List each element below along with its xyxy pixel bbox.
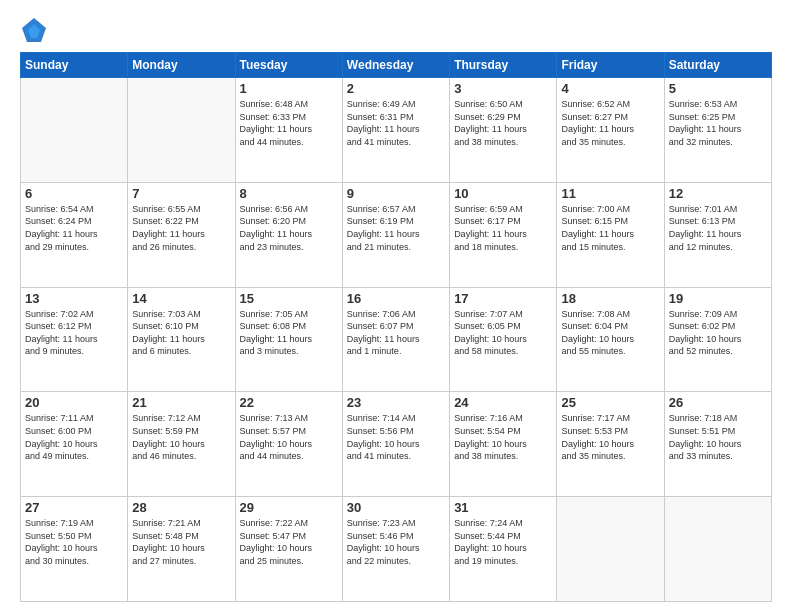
day-info: Sunrise: 6:56 AM Sunset: 6:20 PM Dayligh…: [240, 203, 338, 253]
calendar-cell: 5Sunrise: 6:53 AM Sunset: 6:25 PM Daylig…: [664, 78, 771, 183]
calendar-cell: 2Sunrise: 6:49 AM Sunset: 6:31 PM Daylig…: [342, 78, 449, 183]
day-info: Sunrise: 7:24 AM Sunset: 5:44 PM Dayligh…: [454, 517, 552, 567]
logo: [20, 16, 52, 44]
day-number: 19: [669, 291, 767, 306]
calendar-cell: 20Sunrise: 7:11 AM Sunset: 6:00 PM Dayli…: [21, 392, 128, 497]
day-info: Sunrise: 7:11 AM Sunset: 6:00 PM Dayligh…: [25, 412, 123, 462]
calendar-cell: 8Sunrise: 6:56 AM Sunset: 6:20 PM Daylig…: [235, 182, 342, 287]
day-number: 16: [347, 291, 445, 306]
calendar-cell: 11Sunrise: 7:00 AM Sunset: 6:15 PM Dayli…: [557, 182, 664, 287]
day-number: 14: [132, 291, 230, 306]
calendar-table: SundayMondayTuesdayWednesdayThursdayFrid…: [20, 52, 772, 602]
calendar-cell: 12Sunrise: 7:01 AM Sunset: 6:13 PM Dayli…: [664, 182, 771, 287]
day-info: Sunrise: 7:13 AM Sunset: 5:57 PM Dayligh…: [240, 412, 338, 462]
calendar-cell: 13Sunrise: 7:02 AM Sunset: 6:12 PM Dayli…: [21, 287, 128, 392]
day-info: Sunrise: 7:06 AM Sunset: 6:07 PM Dayligh…: [347, 308, 445, 358]
day-number: 3: [454, 81, 552, 96]
day-info: Sunrise: 7:02 AM Sunset: 6:12 PM Dayligh…: [25, 308, 123, 358]
day-info: Sunrise: 6:49 AM Sunset: 6:31 PM Dayligh…: [347, 98, 445, 148]
calendar-header: SundayMondayTuesdayWednesdayThursdayFrid…: [21, 53, 772, 78]
day-info: Sunrise: 7:08 AM Sunset: 6:04 PM Dayligh…: [561, 308, 659, 358]
calendar-cell: 9Sunrise: 6:57 AM Sunset: 6:19 PM Daylig…: [342, 182, 449, 287]
day-info: Sunrise: 7:05 AM Sunset: 6:08 PM Dayligh…: [240, 308, 338, 358]
calendar-cell: [21, 78, 128, 183]
calendar-week-3: 13Sunrise: 7:02 AM Sunset: 6:12 PM Dayli…: [21, 287, 772, 392]
day-info: Sunrise: 7:07 AM Sunset: 6:05 PM Dayligh…: [454, 308, 552, 358]
calendar-cell: 29Sunrise: 7:22 AM Sunset: 5:47 PM Dayli…: [235, 497, 342, 602]
day-number: 11: [561, 186, 659, 201]
calendar-cell: 31Sunrise: 7:24 AM Sunset: 5:44 PM Dayli…: [450, 497, 557, 602]
calendar-cell: 25Sunrise: 7:17 AM Sunset: 5:53 PM Dayli…: [557, 392, 664, 497]
calendar-week-2: 6Sunrise: 6:54 AM Sunset: 6:24 PM Daylig…: [21, 182, 772, 287]
day-number: 31: [454, 500, 552, 515]
day-number: 4: [561, 81, 659, 96]
day-number: 5: [669, 81, 767, 96]
calendar-cell: 18Sunrise: 7:08 AM Sunset: 6:04 PM Dayli…: [557, 287, 664, 392]
calendar-cell: 24Sunrise: 7:16 AM Sunset: 5:54 PM Dayli…: [450, 392, 557, 497]
calendar-cell: [557, 497, 664, 602]
day-number: 6: [25, 186, 123, 201]
calendar-cell: 26Sunrise: 7:18 AM Sunset: 5:51 PM Dayli…: [664, 392, 771, 497]
day-info: Sunrise: 7:14 AM Sunset: 5:56 PM Dayligh…: [347, 412, 445, 462]
calendar-body: 1Sunrise: 6:48 AM Sunset: 6:33 PM Daylig…: [21, 78, 772, 602]
day-info: Sunrise: 6:55 AM Sunset: 6:22 PM Dayligh…: [132, 203, 230, 253]
day-number: 1: [240, 81, 338, 96]
day-number: 15: [240, 291, 338, 306]
day-number: 18: [561, 291, 659, 306]
calendar-cell: 17Sunrise: 7:07 AM Sunset: 6:05 PM Dayli…: [450, 287, 557, 392]
calendar-cell: 19Sunrise: 7:09 AM Sunset: 6:02 PM Dayli…: [664, 287, 771, 392]
calendar-week-1: 1Sunrise: 6:48 AM Sunset: 6:33 PM Daylig…: [21, 78, 772, 183]
calendar-cell: 6Sunrise: 6:54 AM Sunset: 6:24 PM Daylig…: [21, 182, 128, 287]
calendar-cell: [664, 497, 771, 602]
day-info: Sunrise: 6:52 AM Sunset: 6:27 PM Dayligh…: [561, 98, 659, 148]
day-header-thursday: Thursday: [450, 53, 557, 78]
day-info: Sunrise: 7:23 AM Sunset: 5:46 PM Dayligh…: [347, 517, 445, 567]
day-info: Sunrise: 6:53 AM Sunset: 6:25 PM Dayligh…: [669, 98, 767, 148]
calendar-cell: 21Sunrise: 7:12 AM Sunset: 5:59 PM Dayli…: [128, 392, 235, 497]
day-info: Sunrise: 7:19 AM Sunset: 5:50 PM Dayligh…: [25, 517, 123, 567]
day-info: Sunrise: 6:50 AM Sunset: 6:29 PM Dayligh…: [454, 98, 552, 148]
day-info: Sunrise: 7:18 AM Sunset: 5:51 PM Dayligh…: [669, 412, 767, 462]
day-number: 8: [240, 186, 338, 201]
day-number: 21: [132, 395, 230, 410]
day-header-wednesday: Wednesday: [342, 53, 449, 78]
day-header-tuesday: Tuesday: [235, 53, 342, 78]
calendar-cell: 7Sunrise: 6:55 AM Sunset: 6:22 PM Daylig…: [128, 182, 235, 287]
day-number: 25: [561, 395, 659, 410]
day-number: 28: [132, 500, 230, 515]
day-number: 27: [25, 500, 123, 515]
header: [20, 16, 772, 44]
day-info: Sunrise: 7:16 AM Sunset: 5:54 PM Dayligh…: [454, 412, 552, 462]
day-number: 13: [25, 291, 123, 306]
day-number: 23: [347, 395, 445, 410]
calendar-cell: 14Sunrise: 7:03 AM Sunset: 6:10 PM Dayli…: [128, 287, 235, 392]
calendar-cell: 1Sunrise: 6:48 AM Sunset: 6:33 PM Daylig…: [235, 78, 342, 183]
calendar-cell: 15Sunrise: 7:05 AM Sunset: 6:08 PM Dayli…: [235, 287, 342, 392]
calendar-cell: 16Sunrise: 7:06 AM Sunset: 6:07 PM Dayli…: [342, 287, 449, 392]
calendar-week-5: 27Sunrise: 7:19 AM Sunset: 5:50 PM Dayli…: [21, 497, 772, 602]
calendar-cell: [128, 78, 235, 183]
calendar-week-4: 20Sunrise: 7:11 AM Sunset: 6:00 PM Dayli…: [21, 392, 772, 497]
logo-icon: [20, 16, 48, 44]
day-header-friday: Friday: [557, 53, 664, 78]
days-header-row: SundayMondayTuesdayWednesdayThursdayFrid…: [21, 53, 772, 78]
day-number: 20: [25, 395, 123, 410]
calendar-cell: 3Sunrise: 6:50 AM Sunset: 6:29 PM Daylig…: [450, 78, 557, 183]
day-number: 10: [454, 186, 552, 201]
day-info: Sunrise: 7:12 AM Sunset: 5:59 PM Dayligh…: [132, 412, 230, 462]
calendar-cell: 28Sunrise: 7:21 AM Sunset: 5:48 PM Dayli…: [128, 497, 235, 602]
day-info: Sunrise: 6:54 AM Sunset: 6:24 PM Dayligh…: [25, 203, 123, 253]
day-number: 9: [347, 186, 445, 201]
day-info: Sunrise: 7:17 AM Sunset: 5:53 PM Dayligh…: [561, 412, 659, 462]
day-info: Sunrise: 7:22 AM Sunset: 5:47 PM Dayligh…: [240, 517, 338, 567]
day-number: 29: [240, 500, 338, 515]
page: SundayMondayTuesdayWednesdayThursdayFrid…: [0, 0, 792, 612]
day-info: Sunrise: 7:00 AM Sunset: 6:15 PM Dayligh…: [561, 203, 659, 253]
day-header-saturday: Saturday: [664, 53, 771, 78]
day-number: 22: [240, 395, 338, 410]
calendar-cell: 30Sunrise: 7:23 AM Sunset: 5:46 PM Dayli…: [342, 497, 449, 602]
calendar-cell: 22Sunrise: 7:13 AM Sunset: 5:57 PM Dayli…: [235, 392, 342, 497]
day-number: 7: [132, 186, 230, 201]
day-number: 12: [669, 186, 767, 201]
day-info: Sunrise: 6:48 AM Sunset: 6:33 PM Dayligh…: [240, 98, 338, 148]
